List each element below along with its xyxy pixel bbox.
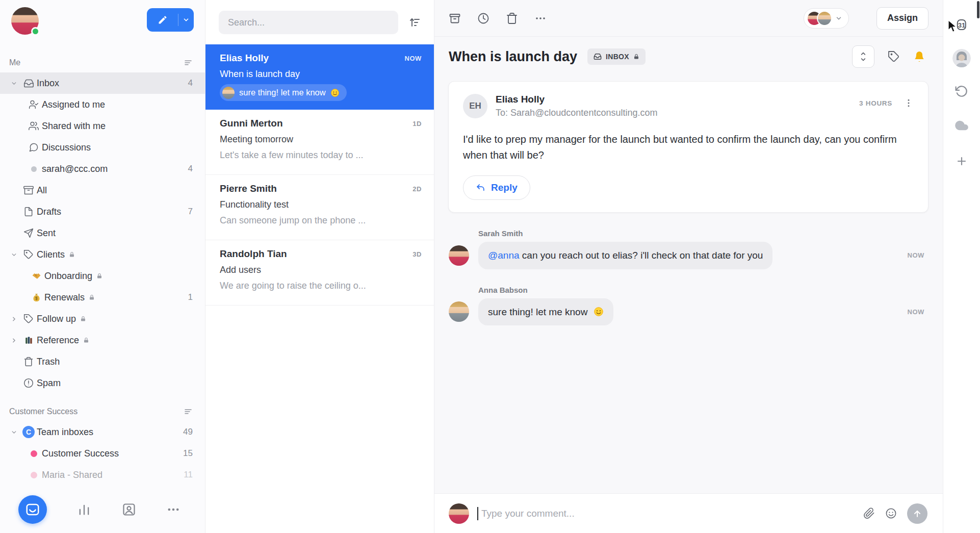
conversation-row-pierre-smith[interactable]: Pierre Smith 2D Functionality test Can s… [205, 175, 434, 240]
participants-selector[interactable] [804, 8, 849, 29]
contacts-icon[interactable] [122, 502, 136, 517]
message-sender: Elias Holly [496, 94, 657, 105]
sidebar-item-reference[interactable]: Reference [0, 329, 205, 351]
chevron-down-icon[interactable] [7, 429, 20, 436]
message-card: EH Elias Holly To: Sarah@cloudcontentcon… [448, 81, 929, 213]
sidebar-item-follow-up[interactable]: Follow up [0, 308, 205, 329]
chevron-down-icon[interactable] [7, 80, 20, 87]
sidebar-bottom-bar [0, 486, 205, 533]
badge-label: INBOX [606, 53, 629, 61]
calendar-icon[interactable]: 31 [957, 20, 966, 30]
conversation-subject: When is launch day [220, 69, 422, 80]
cloud-icon[interactable] [955, 118, 969, 133]
more-icon[interactable] [166, 502, 180, 517]
conversation-preview: Can someone jump on the phone ... [220, 215, 422, 226]
lock-icon [83, 337, 89, 343]
conversation-subject: Meeting tomorrow [220, 134, 422, 145]
emoji-picker-icon[interactable] [885, 507, 897, 519]
avatar [449, 245, 469, 266]
section-label: Me [9, 58, 20, 67]
sidebar-item-label: sarah@ccc.com [42, 164, 108, 174]
sort-icon[interactable] [408, 16, 421, 29]
expand-collapse-icon[interactable] [852, 45, 874, 68]
sidebar-item-assigned-to-me[interactable]: Assigned to me [0, 94, 205, 115]
section-header-customer-success: Customer Success [0, 402, 205, 421]
sidebar-item-renewals[interactable]: Renewals 1 [0, 287, 205, 308]
sender-name: Elias Holly [220, 53, 269, 64]
chevron-down-icon[interactable] [7, 251, 20, 258]
tag-icon[interactable] [888, 50, 900, 63]
lock-icon [80, 316, 86, 322]
chevron-down-icon [835, 15, 842, 22]
history-icon[interactable] [955, 85, 968, 98]
unread-count: 15 [183, 448, 193, 459]
conversation-subject: Add users [220, 265, 422, 275]
assign-button[interactable]: Assign [876, 7, 929, 30]
plus-icon[interactable] [956, 155, 968, 167]
user-avatar[interactable] [11, 7, 39, 35]
attachment-icon[interactable] [863, 507, 875, 519]
filter-icon[interactable] [184, 407, 193, 416]
sidebar-item-team-maria-shared[interactable]: Maria - Shared 11 [0, 464, 205, 486]
kebab-menu-icon[interactable] [904, 98, 914, 108]
snooze-clock-icon[interactable] [477, 12, 489, 24]
sidebar-item-sent[interactable]: Sent [0, 222, 205, 244]
speech-bubble-icon [25, 142, 42, 153]
more-icon[interactable] [534, 12, 547, 24]
sidebar-item-inbox[interactable]: Inbox 4 [0, 72, 205, 94]
inbox-icon [594, 53, 602, 61]
conversation-row-gunni-merton[interactable]: Gunni Merton 1D Meeting tomorrow Let's t… [205, 110, 434, 175]
sidebar-item-label: Maria - Shared [42, 470, 102, 480]
sender-initials-avatar: EH [463, 94, 487, 118]
trash-icon[interactable] [506, 12, 518, 24]
search-input[interactable] [219, 11, 398, 34]
analytics-icon[interactable] [77, 502, 91, 517]
sidebar-item-label: All [37, 185, 47, 196]
contact-avatar-icon[interactable] [952, 49, 971, 67]
conversation-time: 3D [412, 250, 422, 258]
sidebar-item-trash[interactable]: Trash [0, 351, 205, 372]
comment-text: sure thing! let me know [488, 307, 587, 317]
sidebar-item-clients[interactable]: Clients [0, 244, 205, 265]
sidebar-item-label: Sent [37, 228, 56, 239]
chevron-right-icon[interactable] [7, 337, 20, 344]
sidebar-header [0, 0, 205, 53]
comment: Sarah Smith @anna can you reach out to e… [449, 229, 924, 269]
sidebar-item-sarah-ccc[interactable]: sarah@ccc.com 4 [0, 158, 205, 180]
comment-bubble: sure thing! let me know [478, 298, 613, 326]
section-label: Customer Success [9, 407, 78, 416]
unread-count: 1 [188, 292, 193, 302]
scrollbar-thumb[interactable] [977, 1, 979, 18]
reply-button[interactable]: Reply [463, 175, 530, 200]
archive-icon[interactable] [449, 12, 461, 24]
sidebar-item-team-customer-success[interactable]: Customer Success 15 [0, 443, 205, 464]
sidebar-item-label: Spam [37, 378, 61, 389]
inbox-badge[interactable]: INBOX [587, 48, 646, 65]
sidebar-item-discussions[interactable]: Discussions [0, 137, 205, 158]
sender-name: Pierre Smith [220, 183, 277, 194]
conversation-row-randolph-tian[interactable]: Randolph Tian 3D Add users We are going … [205, 240, 434, 306]
filter-icon[interactable] [184, 58, 193, 67]
conversation-preview: Let's take a few minutes today to ... [220, 150, 422, 161]
sidebar-item-spam[interactable]: Spam [0, 372, 205, 394]
compose-button[interactable] [147, 8, 194, 32]
sidebar-item-team-inboxes[interactable]: C Team inboxes 49 [0, 421, 205, 443]
send-comment-button[interactable] [907, 503, 927, 524]
sidebar-item-onboarding[interactable]: Onboarding [0, 265, 205, 287]
list-header [205, 0, 434, 44]
sidebar-item-shared-with-me[interactable]: Shared with me [0, 115, 205, 137]
comment-input[interactable] [481, 508, 855, 519]
notification-bell-icon[interactable] [913, 50, 925, 63]
handshake-icon [28, 271, 44, 281]
thread-title: When is launch day [449, 49, 577, 65]
inbox-app-icon[interactable] [18, 495, 47, 524]
presence-indicator [31, 27, 40, 36]
mention-link[interactable]: @anna [488, 250, 520, 261]
sidebar-item-label: Assigned to me [42, 99, 105, 110]
chevron-down-icon[interactable] [178, 16, 194, 23]
sidebar-item-all[interactable]: All [0, 180, 205, 201]
sidebar-item-drafts[interactable]: Drafts 7 [0, 201, 205, 222]
chevron-right-icon[interactable] [7, 316, 20, 322]
sidebar-item-label: Shared with me [42, 121, 106, 132]
conversation-row-elias-holly[interactable]: Elias Holly NOW When is launch day sure … [205, 44, 434, 110]
